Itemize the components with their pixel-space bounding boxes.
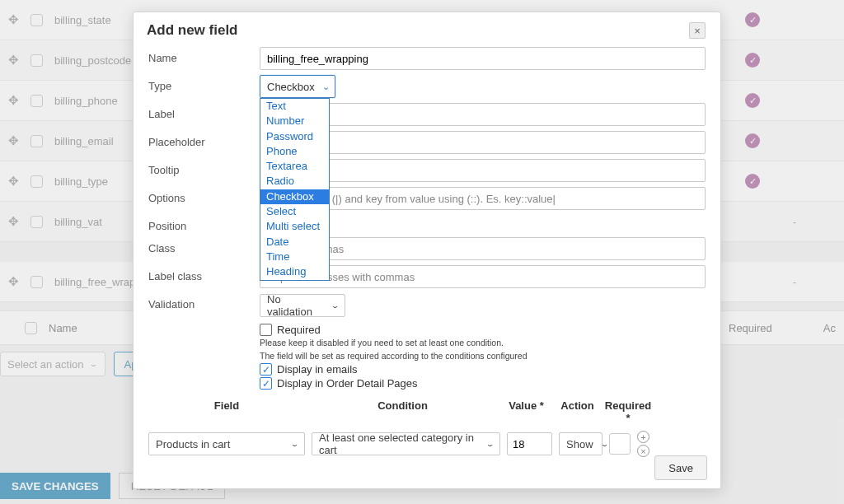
cond-col-value: Value * — [500, 399, 552, 424]
validation-select[interactable]: No validation ⌄ — [260, 294, 345, 317]
save-button[interactable]: Save — [654, 455, 707, 480]
cond-col-condition: Condition — [305, 399, 500, 424]
condition-row: Products in cart⌄ At least one selected … — [148, 431, 706, 457]
cond-required-checkbox[interactable] — [609, 433, 631, 455]
modal-title: Add new field — [147, 22, 238, 39]
type-option-multiselect[interactable]: Multi select — [260, 219, 329, 234]
required-checkbox[interactable] — [260, 324, 272, 336]
type-option-date[interactable]: Date — [260, 235, 329, 250]
type-option-number[interactable]: Number — [260, 114, 329, 128]
type-dropdown: Text Number Password Phone Textarea Radi… — [260, 98, 330, 281]
display-order-checkbox[interactable]: ✓ — [260, 377, 272, 390]
add-field-modal: Add new field × Name Type Checkbox ⌄ Tex… — [133, 12, 721, 489]
validation-label: Validation — [148, 293, 260, 310]
chevron-down-icon: ⌄ — [600, 441, 609, 448]
chevron-down-icon: ⌄ — [331, 302, 340, 310]
placeholder-label: Placeholder — [148, 131, 260, 148]
cond-condition-select[interactable]: At least one selected category in cart⌄ — [312, 432, 500, 455]
type-option-checkbox[interactable]: Checkbox — [260, 189, 329, 204]
position-label: Position — [148, 215, 260, 232]
type-option-phone[interactable]: Phone — [260, 144, 329, 159]
display-emails-label: Display in emails — [277, 363, 358, 376]
cond-col-action: Action — [552, 399, 603, 424]
type-option-textarea[interactable]: Textarea — [260, 159, 329, 174]
name-input[interactable] — [260, 47, 706, 70]
name-label: Name — [148, 47, 260, 64]
type-option-select[interactable]: Select — [260, 204, 329, 219]
chevron-down-icon: ⌄ — [290, 441, 299, 448]
type-option-radio[interactable]: Radio — [260, 174, 329, 189]
cond-action-select[interactable]: Show⌄ — [559, 432, 603, 455]
cond-value-input[interactable] — [507, 432, 552, 455]
display-order-label: Display in Order Detail Pages — [277, 377, 418, 390]
add-condition-icon[interactable]: + — [637, 431, 649, 443]
options-label: Options — [148, 187, 260, 204]
display-emails-checkbox[interactable]: ✓ — [260, 363, 272, 376]
type-option-heading[interactable]: Heading — [260, 264, 329, 279]
type-option-password[interactable]: Password — [260, 129, 329, 144]
type-option-time[interactable]: Time — [260, 250, 329, 264]
type-option-text[interactable]: Text — [260, 99, 329, 114]
chevron-down-icon: ⌄ — [485, 441, 495, 448]
required-help-2: The field will be set as required accord… — [260, 351, 706, 362]
close-icon[interactable]: × — [689, 22, 706, 39]
cond-field-select[interactable]: Products in cart⌄ — [148, 432, 305, 455]
labelclass-label: Label class — [148, 265, 260, 282]
type-select[interactable]: Checkbox ⌄ — [260, 75, 335, 98]
chevron-down-icon: ⌄ — [322, 82, 330, 92]
cond-col-required: Required * — [603, 399, 654, 424]
class-label: Class — [148, 237, 260, 254]
remove-condition-icon[interactable]: × — [637, 445, 649, 457]
type-label: Type — [148, 75, 260, 92]
cond-col-field: Field — [148, 399, 305, 424]
label-label: Label — [148, 103, 260, 120]
required-label: Required — [277, 324, 321, 336]
required-help-1: Please keep it disabled if you need to s… — [260, 338, 706, 349]
tooltip-label: Tooltip — [148, 159, 260, 176]
